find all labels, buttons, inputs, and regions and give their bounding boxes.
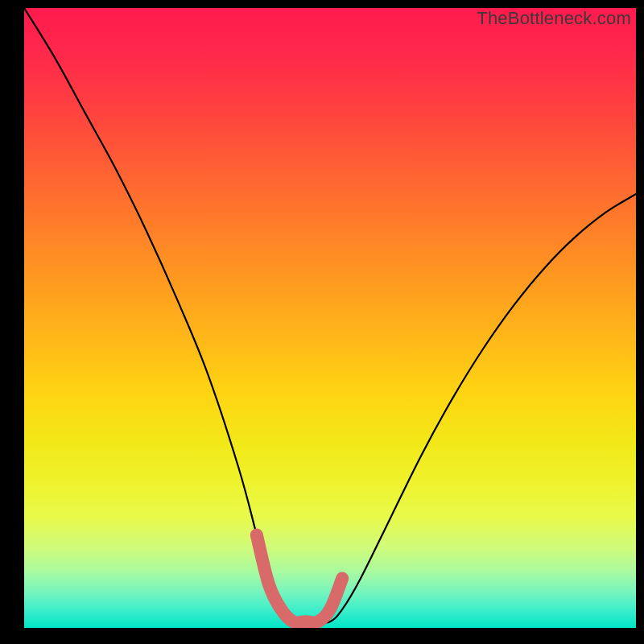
gradient-plot-area: TheBottleneck.com	[24, 8, 636, 628]
chart-frame: TheBottleneck.com	[0, 0, 644, 644]
highlight-band-path	[257, 535, 342, 623]
bottleneck-curve-path	[24, 8, 636, 623]
curve-svg	[24, 8, 636, 628]
